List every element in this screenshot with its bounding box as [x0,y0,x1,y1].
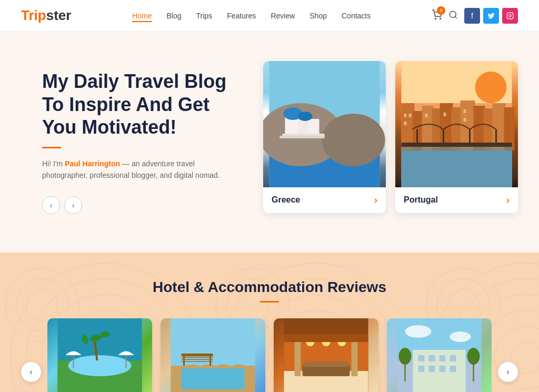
destination-card-portugal[interactable]: Portugal › [395,61,518,213]
hero-desc-pre: Hi! I'm [42,159,65,168]
svg-point-18 [475,72,507,103]
svg-point-0 [435,18,436,19]
svg-point-89 [399,348,412,365]
svg-rect-56 [234,365,245,368]
portugal-illustration [395,61,518,187]
hotel-card-4[interactable]: ★ 5.0 Barcelo de Grecia Hotel [387,318,492,392]
svg-point-91 [467,348,480,365]
hero-prev-button[interactable]: ‹ [42,196,60,214]
search-icon [448,10,458,19]
svg-rect-35 [444,113,446,116]
svg-rect-31 [404,114,407,117]
svg-rect-15 [280,136,325,138]
nav-item-contacts[interactable]: Contacts [342,11,371,21]
hotels-divider [260,301,279,303]
portugal-label: Portugal [404,195,438,205]
svg-rect-36 [464,109,466,113]
navbar: Tripster Home Blog Trips Features Review… [0,0,539,32]
twitter-icon [487,12,495,19]
portugal-arrow-icon: › [506,195,510,206]
twitter-button[interactable] [483,8,499,24]
nav-item-shop[interactable]: Shop [310,11,327,21]
nav-item-review[interactable]: Review [271,11,295,21]
greece-illustration [263,61,386,187]
svg-rect-81 [429,355,435,361]
svg-rect-38 [402,145,512,187]
hero-author: Paul Harrington [65,159,120,168]
svg-rect-37 [464,118,466,122]
hotels-prev-button[interactable]: ‹ [21,362,41,382]
hotel-image-4 [387,318,492,392]
svg-rect-84 [418,366,425,372]
svg-rect-74 [284,334,368,342]
destination-cards: Greece › [263,61,518,213]
hotel-image-2 [161,318,265,392]
social-buttons: f [464,8,518,24]
nav-item-blog[interactable]: Blog [167,11,182,21]
cart-button[interactable]: 8 [432,9,442,22]
destination-card-greece[interactable]: Greece › [263,61,386,213]
svg-rect-80 [418,355,425,361]
nav-link-blog[interactable]: Blog [167,12,182,20]
search-button[interactable] [448,10,458,22]
nav-right: 8 f [432,8,518,24]
hotels-section: Hotel & Accommodation Reviews ‹ [0,253,539,392]
hotel-card-3[interactable]: ★ 5.0 Ashdown Park Hotel [274,318,378,392]
hotel-illustration-1 [47,318,152,392]
svg-rect-52 [182,368,245,389]
svg-rect-82 [440,355,446,361]
svg-point-77 [405,325,432,338]
logo-trip: Trip [21,7,46,23]
svg-rect-85 [429,366,435,372]
svg-point-13 [298,112,313,121]
hotels-header: Hotel & Accommodation Reviews [21,279,518,303]
nav-link-features[interactable]: Features [227,12,256,20]
hotel-cards-container: ★ 5.0 Windemere Hotel [47,318,492,392]
svg-point-46 [68,355,132,376]
hero-next-button[interactable]: › [64,196,82,214]
hotel-image-3 [274,318,378,392]
hero-description: Hi! I'm Paul Harrington — an adventure t… [42,158,242,182]
nav-item-home[interactable]: Home [132,11,152,21]
greece-card-footer[interactable]: Greece › [263,187,386,213]
instagram-icon [506,12,514,19]
svg-point-1 [440,18,441,19]
svg-rect-34 [425,114,428,117]
hotel-illustration-2 [161,318,265,392]
svg-point-78 [450,331,471,342]
greece-arrow-icon: › [374,195,377,206]
hotel-card-2[interactable]: ★ 5.0 Beau Langkawi Hotel [161,318,265,392]
svg-rect-86 [440,366,446,372]
hotel-illustration-4 [387,318,492,392]
svg-rect-32 [404,122,407,125]
hotel-illustration-3 [274,318,378,392]
hero-title: My Daily Travel Blog To Inspire And Get … [42,70,242,138]
nav-item-trips[interactable]: Trips [196,11,213,21]
nav-link-contacts[interactable]: Contacts [342,12,371,20]
svg-rect-11 [309,119,320,135]
nav-item-features[interactable]: Features [227,11,256,21]
hotel-card-1[interactable]: ★ 5.0 Windemere Hotel [47,318,152,392]
svg-rect-53 [187,365,197,368]
facebook-button[interactable]: f [464,8,480,24]
logo[interactable]: Tripster [21,7,71,24]
nav-link-review[interactable]: Review [271,12,295,20]
instagram-button[interactable] [502,8,518,24]
portugal-card-footer[interactable]: Portugal › [395,187,518,213]
hero-arrows: ‹ › [42,196,242,214]
nav-link-home[interactable]: Home [132,12,152,22]
svg-rect-54 [203,365,213,368]
svg-point-2 [450,11,456,17]
svg-rect-73 [304,361,348,367]
hero-text: My Daily Travel Blog To Inspire And Get … [42,70,242,214]
cart-badge: 8 [437,6,445,15]
logo-ster: ster [46,7,72,23]
svg-rect-87 [450,366,456,372]
nav-link-trips[interactable]: Trips [196,12,213,20]
svg-rect-55 [218,365,229,368]
hotels-next-button[interactable]: › [498,362,518,382]
hero-section: My Daily Travel Blog To Inspire And Get … [0,32,539,253]
svg-rect-33 [409,114,412,117]
hotel-image-1 [47,318,152,392]
nav-link-shop[interactable]: Shop [310,12,327,20]
